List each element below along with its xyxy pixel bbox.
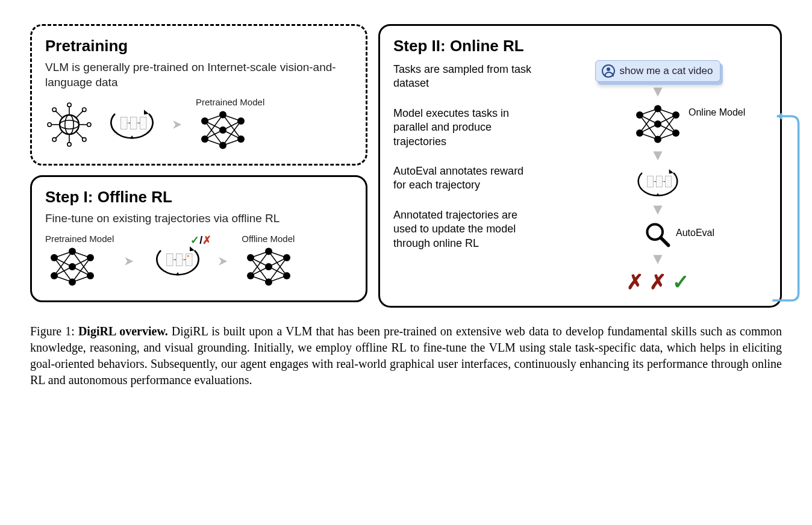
neural-net-icon [242, 245, 296, 288]
svg-line-55 [72, 252, 90, 276]
svg-point-6 [67, 142, 71, 146]
svg-marker-98 [653, 87, 662, 96]
svg-marker-19 [144, 110, 149, 114]
task-prompt-text: show me a cat video [620, 65, 713, 77]
feedback-loop-arrow-icon [769, 111, 802, 306]
svg-rect-21 [120, 117, 127, 129]
svg-point-43 [219, 111, 226, 119]
result-mark-x: ✗ [626, 270, 643, 294]
svg-line-36 [223, 115, 241, 140]
svg-point-44 [219, 126, 226, 134]
svg-marker-69 [176, 272, 180, 275]
svg-line-31 [205, 121, 223, 146]
svg-marker-28 [173, 120, 181, 129]
result-mark-check: ✓ [672, 270, 689, 294]
svg-marker-78 [219, 257, 227, 266]
svg-point-12 [52, 108, 56, 111]
svg-marker-67 [125, 257, 133, 266]
svg-point-117 [672, 129, 679, 137]
svg-rect-70 [167, 253, 173, 266]
step1-panel: Step I: Offline RL Fine-tune on existing… [30, 175, 367, 302]
svg-point-91 [247, 254, 254, 261]
svg-point-16 [52, 137, 56, 141]
panels-row: Pretraining VLM is generally pre-trained… [30, 24, 782, 308]
step1-output-label: Offline Model [242, 234, 296, 244]
svg-line-106 [658, 109, 676, 134]
svg-rect-122 [657, 176, 663, 187]
svg-marker-20 [130, 135, 134, 138]
svg-line-39 [223, 121, 241, 146]
svg-marker-68 [190, 246, 195, 251]
svg-rect-121 [648, 176, 654, 187]
svg-line-89 [269, 258, 287, 282]
svg-line-109 [658, 115, 676, 140]
neural-net-icon [631, 102, 685, 146]
step2-text-item: AutoEval annotates reward for each traje… [393, 164, 538, 193]
svg-point-92 [247, 272, 254, 279]
svg-line-130 [661, 238, 669, 246]
pretraining-diagram: Pretrained Model [45, 97, 352, 152]
svg-marker-128 [653, 205, 662, 214]
svg-line-51 [54, 252, 72, 276]
trajectory-icon [631, 166, 685, 200]
result-marks: ✗ ✗ ✓ [626, 270, 689, 294]
caption-title: DigiRL overview. [78, 325, 168, 338]
step2-flow: show me a cat video [549, 60, 767, 294]
result-mark-x: ✗ [649, 270, 666, 294]
svg-point-18 [83, 137, 86, 141]
svg-line-86 [269, 252, 287, 276]
online-model-block: Online Model [631, 102, 685, 146]
svg-line-81 [251, 258, 269, 282]
trajectory-icon [148, 243, 208, 279]
step1-input-block: Pretrained Model [45, 234, 114, 288]
step2-body: Tasks are sampled from task dataset Mode… [393, 60, 767, 294]
svg-point-2 [65, 115, 73, 134]
svg-line-82 [251, 252, 269, 276]
svg-point-96 [283, 254, 290, 261]
step2-text-item: Tasks are sampled from task dataset [393, 63, 538, 91]
svg-point-65 [87, 254, 94, 261]
svg-point-60 [51, 254, 58, 261]
task-prompt-bubble: show me a cat video [595, 60, 721, 82]
pretraining-title: Pretraining [45, 37, 352, 55]
left-column: Pretraining VLM is generally pre-trained… [30, 24, 367, 308]
svg-line-102 [640, 109, 658, 134]
svg-rect-22 [130, 117, 137, 129]
svg-point-66 [87, 272, 94, 279]
svg-point-42 [201, 135, 208, 143]
svg-line-15 [56, 131, 63, 138]
figure-caption: Figure 1: DigiRL overview. DigiRL is bui… [30, 323, 782, 388]
figure: Pretraining VLM is generally pre-trained… [30, 24, 782, 388]
svg-point-62 [69, 248, 76, 255]
step2-panel: Step II: Online RL Tasks are sampled fro… [378, 24, 782, 308]
arrow-down-icon [650, 203, 666, 217]
svg-point-63 [69, 263, 76, 270]
svg-point-97 [283, 272, 290, 279]
caption-fignum: Figure 1: [30, 325, 75, 338]
step1-title: Step I: Offline RL [45, 188, 352, 207]
pretraining-desc: VLM is generally pre-trained on Internet… [45, 60, 352, 90]
svg-line-17 [76, 131, 83, 138]
svg-point-47 [237, 135, 245, 143]
reward-marks: ✓/✗ [190, 234, 211, 247]
step2-text-list: Tasks are sampled from task dataset Mode… [393, 63, 538, 294]
svg-line-13 [76, 111, 83, 117]
svg-line-58 [72, 258, 90, 282]
svg-point-115 [654, 136, 661, 143]
svg-rect-23 [140, 117, 146, 129]
trajectory-icon [102, 107, 162, 143]
online-model-label: Online Model [689, 107, 745, 118]
neural-net-icon [45, 245, 99, 288]
svg-point-94 [265, 263, 272, 270]
pretrained-model-label: Pretrained Model [196, 97, 264, 107]
arrow-down-icon [650, 149, 666, 163]
svg-point-113 [654, 105, 661, 113]
svg-point-64 [69, 279, 76, 286]
autoeval-block: AutoEval [643, 220, 672, 249]
svg-point-8 [48, 123, 51, 126]
svg-marker-118 [653, 151, 662, 160]
step1-output-block: Offline Model [242, 234, 296, 288]
svg-line-50 [54, 258, 72, 282]
step2-text-item: Annotated trajectories are used to updat… [393, 208, 538, 250]
svg-marker-119 [669, 169, 673, 173]
